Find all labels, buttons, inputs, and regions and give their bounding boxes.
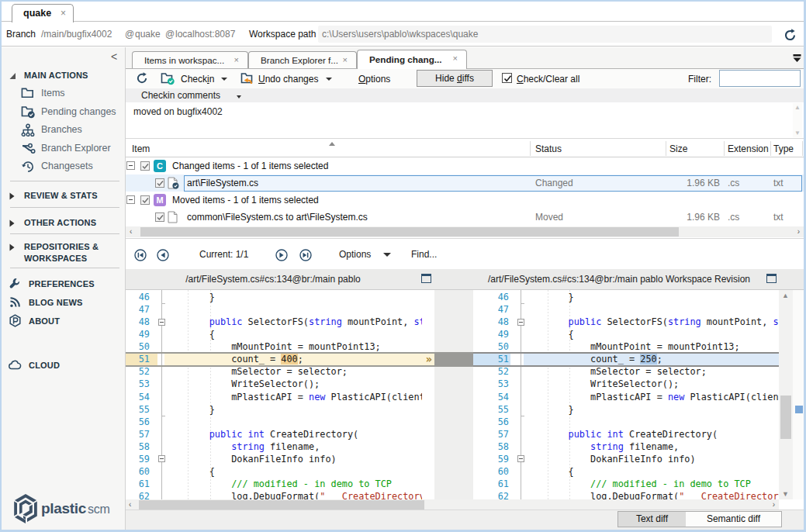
right-pane-title: /art/FileSystem.cs#cs:134@br:/main pablo… [473, 274, 765, 285]
column-extension[interactable]: Extension [728, 143, 769, 154]
document-tab-items-in-workspac[interactable]: Items in workspac...× [132, 51, 248, 68]
comments-scroll-up-icon[interactable]: ▲ [794, 104, 801, 111]
checkin-comments-box[interactable]: moved on bugfix4002 ▲ ▼ [126, 102, 804, 139]
find-button[interactable]: Find... [411, 249, 437, 260]
filter-input[interactable] [719, 70, 801, 87]
sidebar-item-branch-explorer[interactable]: Branch Explorer [2, 140, 125, 158]
column-type[interactable]: Type [773, 143, 794, 154]
tab-close-icon[interactable]: × [453, 54, 458, 63]
semantic-diff-button[interactable]: Semantic diff [686, 511, 782, 527]
check-clear-all-label[interactable]: Check/Clear all [517, 74, 579, 85]
sidebar-item-items[interactable]: Items [2, 85, 125, 103]
diff-options-button[interactable]: Options [339, 249, 371, 260]
diff-options-dropdown-icon[interactable] [383, 253, 391, 257]
at-separator-2: @ [165, 29, 175, 40]
scroll-up-icon[interactable]: ▲ [782, 292, 789, 299]
scroll-down-icon[interactable]: ▼ [782, 490, 789, 498]
workspace-tab-quake[interactable]: quake × [12, 4, 74, 22]
item-checkbox[interactable] [155, 212, 164, 222]
next-diff-button[interactable] [275, 249, 288, 261]
sidebar-section-label: REPOSITORIES & WORKSPACES [24, 241, 119, 264]
group-checkbox[interactable] [140, 161, 150, 171]
wrench-icon [9, 277, 22, 291]
comments-scroll-down-icon[interactable]: ▼ [794, 130, 801, 136]
diff-vscrollbar-thumb[interactable] [780, 396, 791, 439]
column-separator [530, 141, 531, 156]
scroll-left-icon[interactable]: ‹ [129, 499, 131, 510]
code-line: public SelectorFS(string mountPoint, str… [524, 316, 780, 328]
undo-dropdown-icon[interactable] [326, 78, 332, 81]
left-pane-window-icon[interactable] [421, 274, 431, 283]
sidebar-item-branches[interactable]: Branches [2, 122, 125, 140]
workspace-tab-label: quake [23, 8, 51, 19]
undo-changes-icon[interactable] [240, 72, 254, 85]
branch-repo: quake [135, 29, 161, 40]
sidebar-item-preferences[interactable]: PREFERENCES [2, 275, 125, 293]
refresh-icon[interactable] [136, 72, 148, 85]
sidebar-collapse-icon[interactable]: < [111, 51, 117, 62]
section-collapsed-icon[interactable] [9, 219, 15, 227]
diff-right-pane[interactable]: 4647484950515253545556575859606162 } pub… [473, 290, 779, 499]
checkin-comments-dropdown-icon[interactable] [237, 95, 241, 98]
grid-scrollbar-thumb[interactable] [140, 227, 679, 237]
code-line: public SelectorFS(string mountPoint, str… [165, 316, 422, 328]
grid-item-row[interactable]: common\FileSystem.cs to art\FileSystem.c… [126, 209, 804, 226]
section-expanded-icon[interactable] [9, 72, 16, 80]
grid-item-row[interactable]: art\FileSystem.csChanged1.96 KB.cstxt [126, 174, 804, 192]
checkin-icon[interactable] [161, 72, 175, 85]
tab-list-menu-icon[interactable] [793, 54, 801, 62]
sidebar-item-label: Branches [41, 124, 82, 135]
text-diff-button[interactable]: Text diff [617, 511, 687, 527]
refresh-workspace-button[interactable] [784, 29, 797, 42]
column-status[interactable]: Status [535, 143, 562, 154]
column-item[interactable]: Item [132, 143, 150, 154]
group-checkbox[interactable] [140, 195, 150, 205]
diff-left-pane[interactable]: »4647484950515253545556575859606162 } pu… [126, 290, 434, 499]
grid-group-row[interactable]: CChanged items - 1 of 1 items selected [126, 157, 804, 174]
diff-vertical-scrollbar[interactable]: ▲ ▼ [779, 290, 793, 499]
undo-changes-button[interactable]: Undo changes [258, 74, 318, 85]
collapse-group-icon[interactable] [126, 195, 135, 204]
last-diff-button[interactable] [299, 249, 312, 261]
logo-brand-text: plastic [41, 500, 86, 517]
section-collapsed-icon[interactable] [9, 192, 15, 200]
comments-scrollbar[interactable]: ▲ ▼ [793, 103, 802, 137]
first-diff-button[interactable] [134, 249, 147, 261]
sidebar-item-changesets[interactable]: Changesets [2, 158, 125, 176]
checkin-dropdown-icon[interactable] [221, 78, 227, 81]
diff-line-border-bottom [473, 365, 779, 367]
grid-group-row[interactable]: MMoved items - 1 of 1 items selected [126, 192, 804, 209]
group-label: Changed items - 1 of 1 items selected [172, 161, 328, 171]
tab-close-icon[interactable]: × [343, 55, 348, 64]
checkin-comments-label: Checkin comments [141, 90, 220, 101]
column-size[interactable]: Size [669, 143, 687, 154]
diff-change-marker[interactable] [795, 406, 803, 413]
checkin-button[interactable]: Checkin [181, 74, 214, 85]
sidebar-item-blog-news[interactable]: BLOG NEWS [2, 294, 125, 312]
document-tab-branch-explorer-f[interactable]: Branch Explorer f...× [248, 51, 357, 68]
options-button[interactable]: Options [358, 74, 390, 85]
sidebar-separator [10, 233, 119, 234]
hide-diffs-button[interactable]: Hide diffs [417, 70, 493, 87]
grid-horizontal-scrollbar[interactable]: ‹ › [126, 226, 804, 237]
item-checkbox[interactable] [155, 178, 164, 188]
collapse-group-icon[interactable] [126, 161, 135, 170]
diff-scrollbar-thumb[interactable] [139, 500, 424, 510]
previous-diff-button[interactable] [157, 249, 169, 261]
code-line: { [165, 465, 215, 478]
workspace-tab-close-icon[interactable]: × [61, 8, 66, 19]
tab-close-icon[interactable]: × [234, 55, 239, 64]
diff-overview-ruler [793, 290, 804, 499]
document-tab-pending-chang[interactable]: Pending chang...× [357, 50, 467, 69]
sidebar-item-about[interactable]: ABOUT [2, 313, 125, 330]
check-clear-all-checkbox[interactable] [502, 73, 512, 83]
checkin-comments-header[interactable]: Checkin comments [126, 88, 804, 102]
scroll-right-icon[interactable]: › [797, 226, 800, 237]
sidebar-item-pending-changes[interactable]: Pending changes [2, 104, 125, 122]
section-collapsed-icon[interactable] [9, 244, 15, 251]
scroll-left-icon[interactable]: ‹ [130, 226, 132, 237]
scroll-right-icon[interactable]: › [773, 499, 775, 510]
sidebar-item-cloud[interactable]: CLOUD [2, 357, 125, 375]
diff-horizontal-scrollbar[interactable]: ‹ › [126, 499, 779, 510]
right-pane-window-icon[interactable] [766, 274, 777, 283]
